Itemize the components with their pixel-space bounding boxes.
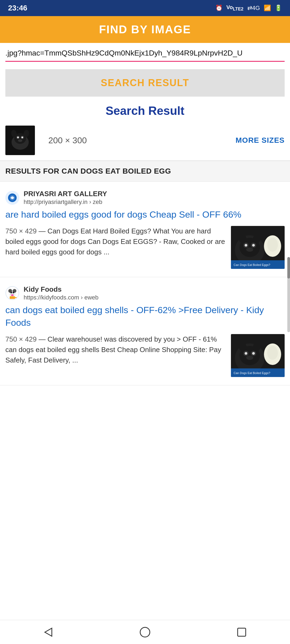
result-thumb-2: Can Dogs Eat Boiled Eggs? [231, 334, 285, 377]
svg-point-52 [140, 627, 150, 637]
svg-point-24 [267, 238, 278, 252]
svg-point-34 [11, 294, 14, 296]
source-info-1: PRIYASRI ART GALLERY http://priyasriartg… [24, 190, 107, 206]
home-button[interactable] [134, 624, 156, 640]
status-time: 23:46 [8, 4, 27, 12]
svg-rect-53 [238, 628, 246, 636]
svg-rect-36 [15, 297, 17, 298]
signal-icon: 📶 [264, 5, 271, 12]
result-title-2[interactable]: can dogs eat boiled egg shells - OFF-62%… [5, 304, 285, 329]
battery-icon: 🔋 [275, 5, 282, 12]
search-result-button[interactable]: SEARCH RESULT [5, 69, 285, 97]
svg-text:Can Dogs Eat Boiled Eggs?: Can Dogs Eat Boiled Eggs? [234, 371, 270, 375]
recents-button[interactable] [231, 624, 252, 640]
svg-point-33 [13, 292, 14, 293]
nav-bar [0, 620, 290, 644]
lte-icon: VoLTE2 [226, 4, 244, 12]
app-header: FIND BY IMAGE [0, 16, 290, 43]
svg-text:Can Dogs Eat Boiled Eggs?: Can Dogs Eat Boiled Eggs? [234, 263, 270, 266]
source-url-2: https://kidyfoods.com › eweb [24, 294, 99, 301]
result-sep-2: — [39, 335, 48, 343]
result-dimensions-1: 750 × 429 [5, 227, 37, 235]
result-dimensions-2: 750 × 429 [5, 335, 37, 343]
url-underline [5, 61, 285, 62]
back-button[interactable] [38, 624, 59, 640]
scrollbar-thumb[interactable] [287, 257, 290, 279]
result-thumb-1: Can Dogs Eat Boiled Eggs? [231, 226, 285, 269]
image-dimensions: 200 × 300 [43, 136, 227, 145]
status-bar: 23:46 ⏰ VoLTE2 ⇄4G 📶 🔋 [0, 0, 290, 16]
section-title: Search Result [0, 104, 290, 118]
result-body-2: 750 × 429 — Clear warehouse! was discove… [5, 334, 285, 377]
source-icon-1 [5, 191, 19, 205]
result-body-1: 750 × 429 — Can Dogs Eat Hard Boiled Egg… [5, 226, 285, 269]
result-sep-1: — [39, 227, 48, 235]
result-desc-2: 750 × 429 — Clear warehouse! was discove… [5, 334, 226, 365]
svg-point-7 [18, 139, 22, 142]
svg-point-48 [267, 346, 278, 360]
svg-point-6 [21, 137, 23, 138]
image-size-row: 200 × 300 MORE SIZES [0, 126, 290, 161]
more-sizes-button[interactable]: MORE SIZES [235, 136, 285, 145]
app-title: FIND BY IMAGE [99, 23, 191, 36]
svg-point-44 [246, 356, 253, 360]
svg-point-12 [11, 196, 14, 199]
source-info-2: Kidy Foods https://kidyfoods.com › eweb [24, 285, 99, 301]
url-text: .jpg?hmac=TmmQSbShHz9CdQm0NkEjx1Dyh_Y984… [5, 48, 285, 58]
result-description-2: Clear warehouse! was discovered by you >… [5, 335, 221, 364]
result-desc-1: 750 × 429 — Can Dogs Eat Hard Boiled Egg… [5, 226, 226, 257]
source-row-1: PRIYASRI ART GALLERY http://priyasriartg… [5, 190, 285, 206]
status-icons: ⏰ VoLTE2 ⇄4G 📶 🔋 [215, 4, 282, 12]
svg-point-32 [10, 292, 12, 293]
scrollbar-track[interactable] [287, 257, 290, 332]
result-title-1[interactable]: are hard boiled eggs good for dogs Cheap… [5, 208, 285, 221]
source-name-1: PRIYASRI ART GALLERY [24, 190, 107, 198]
result-card-2: Kidy Foods https://kidyfoods.com › eweb … [0, 277, 290, 385]
svg-point-43 [252, 352, 255, 355]
svg-point-42 [245, 352, 247, 355]
data-icon: ⇄4G [247, 5, 260, 12]
svg-point-5 [17, 137, 19, 138]
svg-marker-51 [45, 628, 52, 636]
source-icon-2 [5, 286, 19, 300]
svg-rect-35 [10, 296, 15, 299]
search-result-button-label: SEARCH RESULT [101, 77, 189, 88]
main-content: .jpg?hmac=TmmQSbShHz9CdQm0NkEjx1Dyh_Y984… [0, 43, 290, 412]
svg-point-19 [252, 244, 255, 247]
url-bar: .jpg?hmac=TmmQSbShHz9CdQm0NkEjx1Dyh_Y984… [0, 43, 290, 62]
source-row-2: Kidy Foods https://kidyfoods.com › eweb [5, 285, 285, 301]
source-name-2: Kidy Foods [24, 285, 99, 294]
results-heading: RESULTS FOR CAN DOGS EAT BOILED EGG [0, 161, 290, 182]
source-url-1: http://priyasriartgallery.in › zeb [24, 199, 107, 206]
result-card-1: PRIYASRI ART GALLERY http://priyasriartg… [0, 182, 290, 277]
svg-point-18 [245, 244, 247, 247]
svg-point-20 [246, 247, 253, 252]
thumbnail-image [5, 126, 35, 155]
alarm-icon: ⏰ [215, 5, 223, 12]
